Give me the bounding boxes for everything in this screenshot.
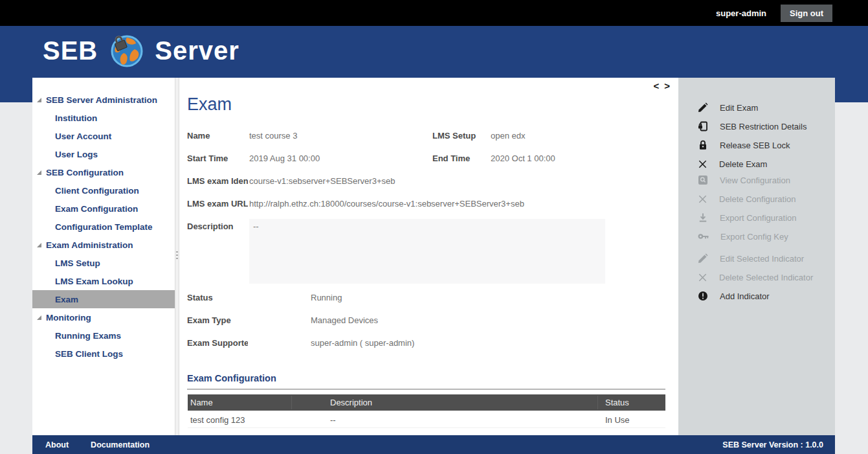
column-header-status[interactable]: Status (605, 398, 629, 407)
search-square-icon (698, 175, 708, 185)
download-icon (698, 212, 708, 223)
field-value-lms-exam-identifier: course-v1:sebserver+SEBServer3+seb (249, 176, 395, 186)
exam-configuration-heading: Exam Configuration (187, 373, 276, 383)
sidebar-item-seb-configuration[interactable]: SEB Configuration (32, 163, 175, 181)
sidebar-item-exam-administration[interactable]: Exam Administration (32, 236, 175, 254)
exam-detail-panel: <> Exam Name test course 3 LMS Setup ope… (179, 78, 678, 435)
sidebar-item-label: Institution (55, 113, 97, 123)
action-release-seb-lock[interactable]: Release SEB Lock (678, 139, 835, 152)
table-header-row[interactable]: Name Description Status (188, 394, 665, 411)
field-label-name: Name (187, 131, 248, 141)
sidebar-item-lms-setup[interactable]: LMS Setup (32, 254, 175, 272)
page-title: Exam (187, 95, 232, 115)
seb-server-logo: SEB Server (43, 34, 239, 67)
action-edit-selected-indicator[interactable]: Edit Selected Indicator (678, 252, 835, 265)
sidebar-item-label: LMS Exam Lookup (55, 277, 133, 286)
globe-lock-logo-icon (109, 34, 143, 67)
column-separator (597, 396, 598, 409)
action-view-configuration[interactable]: View Configuration (678, 174, 835, 187)
logged-in-username: super-admin (716, 8, 766, 18)
section-divider (187, 389, 665, 390)
field-value-status: Running (311, 293, 342, 302)
exclamation-circle-icon (698, 291, 708, 301)
field-label-lms-exam-url: LMS exam URL (187, 199, 248, 209)
restriction-icon (698, 121, 708, 131)
sidebar-navigation: SEB Server Administration Institution Us… (32, 78, 175, 435)
field-value-start-time: 2019 Aug 31 00:00 (249, 153, 320, 163)
action-panel: Edit Exam SEB Restriction Details Releas… (678, 78, 835, 435)
x-icon (698, 273, 707, 282)
lock-icon (698, 140, 708, 150)
field-label-start-time: Start Time (187, 153, 248, 163)
field-value-name: test course 3 (249, 131, 297, 141)
action-add-indicator[interactable]: Add Indicator (678, 289, 835, 302)
action-delete-configuration[interactable]: Delete Configuration (678, 192, 835, 205)
documentation-link[interactable]: Documentation (91, 440, 150, 449)
column-separator (291, 396, 292, 409)
splitter-sash[interactable] (175, 78, 179, 435)
column-header-description[interactable]: Description (330, 398, 372, 407)
sidebar-item-lms-exam-lookup[interactable]: LMS Exam Lookup (32, 272, 175, 290)
tree-expand-icon[interactable] (37, 170, 41, 175)
sidebar-item-configuration-template[interactable]: Configuration Template (32, 218, 175, 236)
sidebar-item-label: Running Exams (55, 331, 121, 341)
x-icon (698, 159, 707, 169)
cell-status: In Use (605, 415, 630, 425)
field-label-lms-exam-identifier: LMS exam Identifier (187, 176, 248, 186)
field-label-exam-type: Exam Type (187, 315, 248, 325)
field-label-exam-supporter: Exam Supporter (187, 338, 248, 348)
x-icon (698, 194, 707, 204)
column-header-name[interactable]: Name (190, 398, 213, 407)
sidebar-item-user-logs[interactable]: User Logs (32, 145, 175, 163)
description-textarea[interactable]: -- (249, 219, 605, 284)
action-export-configuration[interactable]: Export Configuration (678, 211, 835, 224)
tree-expand-icon[interactable] (37, 243, 41, 247)
field-label-status: Status (187, 293, 248, 302)
sidebar-item-seb-server-administration[interactable]: SEB Server Administration (32, 91, 175, 109)
tree-expand-icon[interactable] (37, 98, 41, 102)
sidebar-item-label: Exam (55, 295, 78, 304)
sidebar-item-client-configuration[interactable]: Client Configuration (32, 181, 175, 199)
brand-text-seb: SEB (43, 36, 98, 65)
sidebar-item-label: Client Configuration (55, 186, 139, 196)
sidebar-item-label: Exam Configuration (55, 204, 138, 214)
sidebar-item-label: LMS Setup (55, 258, 100, 268)
sidebar-item-user-account[interactable]: User Account (32, 127, 175, 145)
field-value-end-time: 2020 Oct 1 00:00 (491, 153, 555, 163)
field-value-lms-setup: open edx (491, 131, 526, 141)
nav-next-icon[interactable]: > (662, 80, 673, 91)
sidebar-item-exam[interactable]: Exam (32, 290, 175, 308)
sidebar-item-exam-configuration[interactable]: Exam Configuration (32, 199, 175, 218)
sash-grip-icon[interactable] (176, 251, 178, 260)
action-export-config-key[interactable]: Export Config Key (678, 230, 835, 243)
field-value-exam-supporter: super-admin ( super-admin) (311, 338, 414, 348)
sidebar-item-monitoring[interactable]: Monitoring (32, 308, 175, 326)
tree-expand-icon[interactable] (37, 315, 41, 320)
field-label-lms-setup: LMS Setup (432, 131, 493, 141)
table-row[interactable]: test config 123 -- In Use (188, 411, 665, 428)
field-label-description: Description (187, 221, 248, 231)
top-bar: super-admin Sign out (0, 0, 868, 26)
exam-configuration-table: Name Description Status test config 123 … (188, 394, 665, 428)
field-label-end-time: End Time (432, 153, 493, 163)
field-value-exam-type: Managed Devices (311, 315, 378, 325)
sidebar-item-label: Configuration Template (55, 222, 153, 232)
action-delete-exam[interactable]: Delete Exam (678, 157, 835, 170)
footer-bar: About Documentation SEB Server Version :… (32, 435, 835, 454)
nav-prev-icon[interactable]: < (651, 80, 662, 91)
action-seb-restriction-details[interactable]: SEB Restriction Details (678, 120, 835, 133)
action-edit-exam[interactable]: Edit Exam (678, 101, 835, 114)
main-layout: SEB Server Administration Institution Us… (32, 78, 835, 435)
sidebar-item-institution[interactable]: Institution (32, 109, 175, 127)
sidebar-item-seb-client-logs[interactable]: SEB Client Logs (32, 345, 175, 363)
sidebar-item-running-exams[interactable]: Running Exams (32, 326, 175, 345)
sign-out-button[interactable]: Sign out (781, 5, 832, 22)
sidebar-item-label: SEB Server Administration (46, 95, 157, 105)
about-link[interactable]: About (45, 440, 69, 449)
cell-name: test config 123 (190, 415, 245, 425)
cell-description: -- (330, 415, 336, 425)
action-delete-selected-indicator[interactable]: Delete Selected Indicator (678, 271, 835, 284)
pencil-icon (698, 253, 708, 264)
brand-text-server: Server (155, 36, 239, 65)
sidebar-item-label: User Account (55, 131, 111, 141)
